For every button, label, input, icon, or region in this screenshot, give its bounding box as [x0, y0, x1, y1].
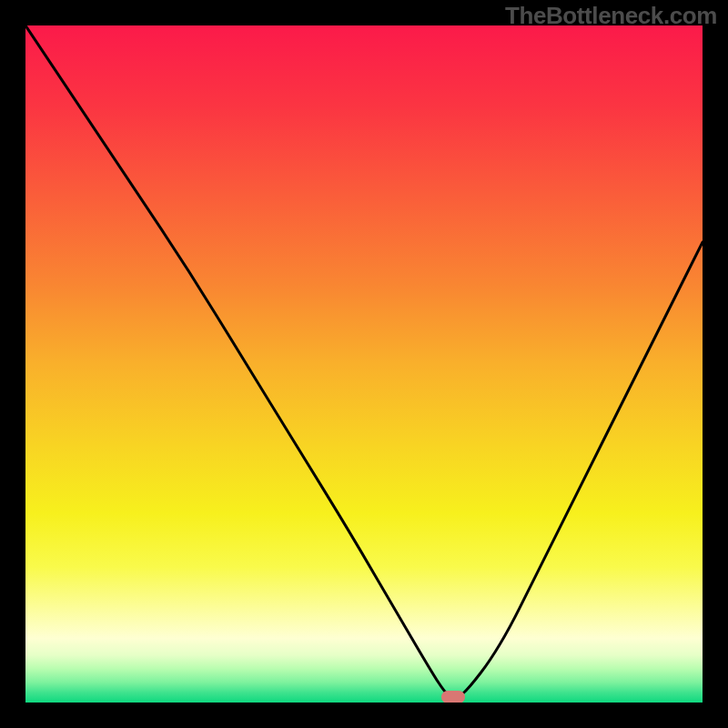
- optimal-point-marker: [441, 691, 465, 703]
- plot-area: [25, 25, 703, 703]
- bottleneck-curve: [25, 25, 703, 703]
- watermark-text: TheBottleneck.com: [505, 2, 717, 30]
- chart-container: TheBottleneck.com: [0, 0, 728, 728]
